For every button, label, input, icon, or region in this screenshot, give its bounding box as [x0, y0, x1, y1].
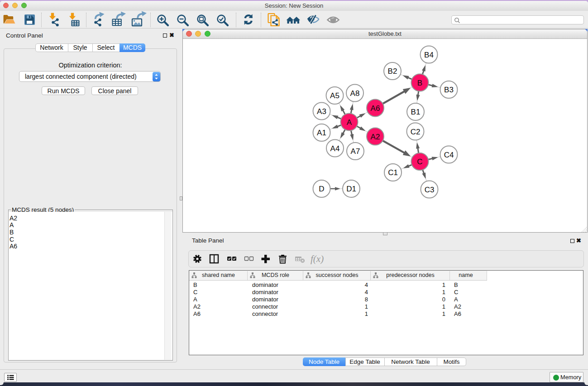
svg-text:C: C — [417, 157, 422, 166]
svg-text:A2: A2 — [371, 133, 380, 141]
svg-text:B4: B4 — [424, 51, 434, 59]
svg-text:B1: B1 — [411, 108, 421, 116]
svg-text:B2: B2 — [388, 67, 397, 76]
svg-text:D: D — [319, 185, 324, 193]
svg-text:A: A — [347, 118, 352, 127]
svg-text:C4: C4 — [444, 151, 454, 159]
svg-text:A7: A7 — [351, 147, 360, 156]
svg-text:f(x): f(x) — [311, 253, 324, 264]
svg-text:A3: A3 — [317, 107, 326, 116]
svg-text:C3: C3 — [425, 186, 435, 194]
svg-text:A8: A8 — [350, 89, 360, 98]
svg-text:A1: A1 — [317, 129, 326, 137]
svg-text:A5: A5 — [330, 91, 339, 100]
svg-text:B3: B3 — [444, 86, 454, 94]
svg-text:C1: C1 — [388, 168, 398, 177]
svg-text:A6: A6 — [371, 104, 380, 113]
svg-text:D1: D1 — [346, 185, 356, 193]
svg-text:B: B — [417, 79, 422, 87]
svg-text:A4: A4 — [330, 144, 340, 153]
svg-text:C2: C2 — [411, 128, 421, 136]
